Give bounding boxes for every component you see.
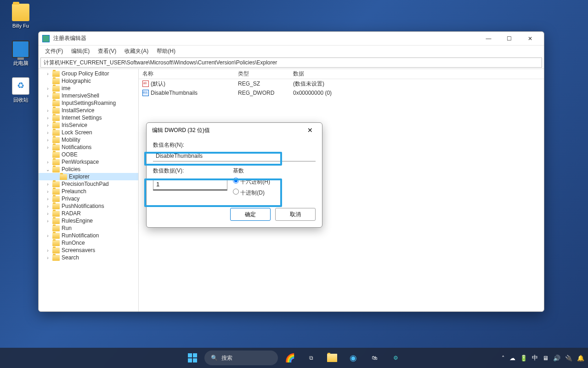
tree-item-precisiontouchpad[interactable]: ›PrecisionTouchPad [39,180,138,188]
expand-icon[interactable]: › [45,189,51,194]
window-titlebar[interactable]: 注册表编辑器 — ☐ ✕ [39,32,544,46]
expand-icon[interactable]: › [45,160,51,165]
recycle-bin-icon [12,77,29,95]
tray-volume-icon[interactable]: 🔊 [553,355,560,362]
tree-item-immersiveshell[interactable]: ›ImmersiveShell [39,92,138,99]
desktop-icon-recycle-bin[interactable]: 回收站 [5,77,37,104]
tree-item-notifications[interactable]: ›Notifications [39,144,138,151]
task-item-widgets[interactable]: 🌈 [281,349,299,367]
tree-item-inputsettingsroaming[interactable]: InputSettingsRoaming [39,99,138,107]
expand-icon[interactable]: › [45,138,51,143]
value-name-label: 数值名称(N): [153,141,316,149]
radio-hex[interactable]: 十六进制(H) [233,178,316,186]
tree-label: Run [62,225,72,231]
tree-item-holographic[interactable]: Holographic [39,77,138,85]
expand-icon[interactable]: › [45,108,51,113]
radio-hex-input[interactable] [233,178,239,184]
expand-icon[interactable]: › [45,233,51,238]
column-type[interactable]: 类型 [234,70,289,78]
expand-icon[interactable]: › [45,204,51,209]
radio-dec-input[interactable] [233,189,239,195]
tree-label: Mobility [62,137,80,143]
tree-item-irisservice[interactable]: ›IrisService [39,121,138,129]
tree-item-rulesengine[interactable]: ›RulesEngine [39,217,138,224]
tree-item-group-policy-editor[interactable]: ›Group Policy Editor [39,70,138,77]
task-item-taskview[interactable]: ⧉ [302,349,320,367]
maximize-button[interactable]: ☐ [499,32,520,45]
task-item-explorer[interactable] [323,349,341,367]
tree-item-radar[interactable]: ›RADAR [39,210,138,217]
expand-icon[interactable]: › [45,71,51,76]
expand-icon[interactable]: › [45,196,51,201]
menu-favorites[interactable]: 收藏夹(A) [121,46,152,57]
expand-icon[interactable]: › [45,182,51,187]
close-button[interactable]: ✕ [520,32,540,45]
value-name-field[interactable]: DisableThumbnails [153,151,316,161]
menu-file[interactable]: 文件(F) [41,46,67,57]
radio-dec[interactable]: 十进制(D) [233,189,316,197]
expand-icon[interactable]: › [45,123,51,128]
tree-pane[interactable]: ›Group Policy EditorHolographic›ime›Imme… [39,69,139,311]
column-name[interactable]: 名称 [139,70,234,78]
task-item-store[interactable]: 🛍 [365,349,384,367]
tree-label: RunOnce [62,240,85,246]
menu-view[interactable]: 查看(V) [94,46,120,57]
expand-icon[interactable]: › [45,86,51,91]
expand-icon[interactable]: › [45,218,51,224]
dialog-titlebar[interactable]: 编辑 DWORD (32 位)值 ✕ [147,123,322,138]
expand-icon[interactable]: ⌄ [45,167,51,172]
tray-overflow-icon[interactable]: ˄ [502,355,505,362]
expand-icon[interactable]: › [45,130,51,135]
list-row[interactable]: DisableThumbnails REG_DWORD 0x00000000 (… [139,88,544,98]
list-row[interactable]: (默认) REG_SZ (数值未设置) [139,79,544,88]
tree-item-privacy[interactable]: ›Privacy [39,195,138,202]
task-item-edge[interactable]: ◉ [344,349,362,367]
folder-icon [327,354,337,362]
taskbar-search[interactable]: 🔍 搜索 [204,351,278,365]
cancel-button[interactable]: 取消 [275,208,316,221]
tray-ime-indicator[interactable]: 中 [532,354,538,362]
column-data[interactable]: 数据 [289,70,544,78]
minimize-button[interactable]: — [478,32,499,45]
tree-item-penworkspace[interactable]: ›PenWorkspace [39,158,138,166]
list-header[interactable]: 名称 类型 数据 [139,69,544,79]
ok-button[interactable]: 确定 [230,208,271,221]
desktop-icon-this-pc[interactable]: 此电脑 [5,40,37,67]
task-item-app[interactable]: ⚙ [386,349,405,367]
tree-item-runonce[interactable]: RunOnce [39,239,138,247]
expand-icon[interactable]: › [45,93,51,98]
start-button[interactable] [183,349,202,367]
tree-item-run[interactable]: Run [39,224,138,232]
expand-icon[interactable]: › [45,211,51,216]
tree-item-pushnotifications[interactable]: ›PushNotifications [39,202,138,210]
tray-network-icon[interactable]: 🖥 [543,355,548,362]
tray-power-icon[interactable]: 🔌 [565,355,572,362]
desktop-icon-user-folder[interactable]: Billy Fu [5,4,37,29]
tree-item-installservice[interactable]: ›InstallService [39,107,138,114]
expand-icon[interactable]: › [45,145,51,150]
dialog-close-button[interactable]: ✕ [304,124,317,137]
tray-battery-icon[interactable]: 🔋 [520,355,527,362]
menu-help[interactable]: 帮助(H) [153,46,179,57]
tree-item-lock-screen[interactable]: ›Lock Screen [39,129,138,136]
expand-icon[interactable]: › [45,115,51,121]
tree-item-search[interactable]: ›Search [39,254,138,261]
tree-item-screensavers[interactable]: ›Screensavers [39,247,138,254]
tree-item-internet-settings[interactable]: ›Internet Settings [39,114,138,121]
tree-item-ime[interactable]: ›ime [39,85,138,92]
tree-label: InstallService [62,107,94,114]
expand-icon[interactable]: › [45,255,51,260]
address-bar[interactable]: 计算机\HKEY_CURRENT_USER\Software\Microsoft… [40,58,542,68]
tray-onedrive-icon[interactable]: ☁ [509,355,515,362]
tree-item-explorer[interactable]: Explorer [39,173,138,180]
expand-icon[interactable]: › [45,248,51,253]
menu-edit[interactable]: 编辑(E) [68,46,93,57]
tray-notifications-icon[interactable]: 🔔 [577,355,584,362]
tree-item-prelaunch[interactable]: ›Prelaunch [39,188,138,195]
edit-dword-dialog: 编辑 DWORD (32 位)值 ✕ 数值名称(N): DisableThumb… [146,122,322,228]
tree-item-oobe[interactable]: OOBE [39,151,138,158]
tree-item-mobility[interactable]: ›Mobility [39,136,138,144]
tree-item-policies[interactable]: ⌄Policies [39,166,138,173]
value-data-input[interactable] [153,178,227,190]
tree-item-runnotification[interactable]: ›RunNotification [39,232,138,239]
